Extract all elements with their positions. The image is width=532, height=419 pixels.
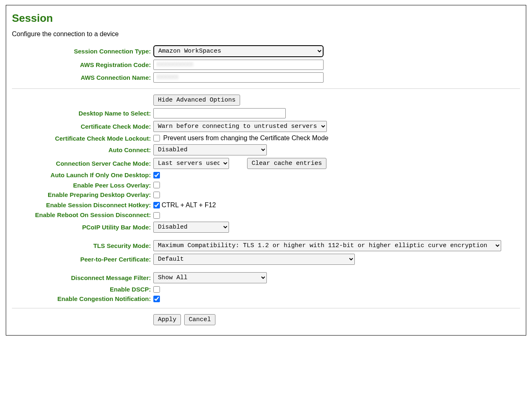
label-auto-connect: Auto Connect: xyxy=(12,146,153,153)
row-cert-mode: Certificate Check Mode: Warn before conn… xyxy=(12,121,520,132)
separator-2 xyxy=(12,308,520,308)
label-tls-mode: TLS Security Mode: xyxy=(12,242,153,249)
p2p-certificate-select[interactable]: Default xyxy=(153,254,355,265)
session-connection-type-select[interactable]: Amazon WorkSpaces xyxy=(153,45,324,57)
separator-1 xyxy=(12,88,520,89)
row-dscp: Enable DSCP: xyxy=(12,286,520,293)
label-p2p-cert: Peer-to-Peer Certificate: xyxy=(12,256,153,263)
label-congestion: Enable Congestion Notification: xyxy=(12,295,153,302)
certificate-check-mode-select[interactable]: Warn before connecting to untrusted serv… xyxy=(153,121,327,132)
dscp-checkbox[interactable] xyxy=(153,286,160,293)
row-actions: Apply Cancel xyxy=(12,314,520,325)
aws-registration-code-input[interactable] xyxy=(153,60,324,70)
auto-connect-select[interactable]: Disabled xyxy=(153,144,267,155)
auto-launch-checkbox[interactable] xyxy=(153,172,160,178)
page-description: Configure the connection to a device xyxy=(12,30,520,38)
label-cert-lockout: Certificate Check Mode Lockout: xyxy=(12,135,153,142)
cache-mode-select[interactable]: Last servers used xyxy=(153,158,229,169)
aws-connection-name-input[interactable] xyxy=(153,72,324,83)
disc-hotkey-checkbox[interactable] xyxy=(153,202,160,208)
disc-hotkey-text: CTRL + ALT + F12 xyxy=(162,201,216,209)
label-connection-type: Session Connection Type: xyxy=(12,48,153,55)
row-disc-filter: Disconnect Message Filter: Show All xyxy=(12,272,520,283)
row-tls-mode: TLS Security Mode: Maximum Compatibility… xyxy=(12,240,520,251)
peer-loss-checkbox[interactable] xyxy=(153,182,160,188)
label-prep-desktop: Enable Preparing Desktop Overlay: xyxy=(12,191,153,199)
row-util-bar: PCoIP Utility Bar Mode: Disabled xyxy=(12,222,520,233)
cert-lockout-checkbox[interactable] xyxy=(153,135,160,141)
row-peer-loss: Enable Peer Loss Overlay: xyxy=(12,182,520,189)
hide-advanced-options-button[interactable]: Hide Advanced Options xyxy=(153,95,240,106)
row-advanced-toggle: Hide Advanced Options xyxy=(12,95,520,106)
label-connection-name: AWS Connection Name: xyxy=(12,74,153,81)
label-util-bar: PCoIP Utility Bar Mode: xyxy=(12,224,153,231)
row-cert-lockout: Certificate Check Mode Lockout: Prevent … xyxy=(12,134,520,142)
label-reboot-disc: Enable Reboot On Session Disconnect: xyxy=(12,211,153,219)
prep-desktop-checkbox[interactable] xyxy=(153,192,160,198)
row-cache-mode: Connection Server Cache Mode: Last serve… xyxy=(12,158,520,169)
label-cache-mode: Connection Server Cache Mode: xyxy=(12,160,153,167)
row-reboot-disc: Enable Reboot On Session Disconnect: xyxy=(12,211,520,219)
row-registration-code: AWS Registration Code: xyxy=(12,60,520,70)
label-registration-code: AWS Registration Code: xyxy=(12,61,153,68)
clear-cache-button[interactable]: Clear cache entries xyxy=(247,158,326,169)
desktop-name-input[interactable] xyxy=(153,108,286,118)
row-disc-hotkey: Enable Session Disconnect Hotkey: CTRL +… xyxy=(12,201,520,209)
label-dscp: Enable DSCP: xyxy=(12,286,153,293)
page-title: Session xyxy=(12,12,520,25)
session-panel: Session Configure the connection to a de… xyxy=(6,5,526,336)
row-auto-launch: Auto Launch If Only One Desktop: xyxy=(12,171,520,179)
tls-security-mode-select[interactable]: Maximum Compatibility: TLS 1.2 or higher… xyxy=(153,240,501,251)
reboot-disc-checkbox[interactable] xyxy=(153,212,160,219)
row-desktop-name: Desktop Name to Select: xyxy=(12,108,520,118)
utility-bar-mode-select[interactable]: Disabled xyxy=(153,222,229,233)
label-auto-launch: Auto Launch If Only One Desktop: xyxy=(12,171,153,179)
label-peer-loss: Enable Peer Loss Overlay: xyxy=(12,182,153,189)
cert-lockout-text: Prevent users from changing the Certific… xyxy=(163,134,328,142)
disconnect-filter-select[interactable]: Show All xyxy=(153,272,267,283)
label-cert-mode: Certificate Check Mode: xyxy=(12,123,153,130)
row-congestion: Enable Congestion Notification: xyxy=(12,295,520,302)
row-p2p-cert: Peer-to-Peer Certificate: Default xyxy=(12,254,520,265)
label-desktop-name: Desktop Name to Select: xyxy=(12,110,153,117)
label-disc-filter: Disconnect Message Filter: xyxy=(12,274,153,281)
label-disc-hotkey: Enable Session Disconnect Hotkey: xyxy=(12,201,153,209)
cancel-button[interactable]: Cancel xyxy=(184,314,215,325)
row-connection-type: Session Connection Type: Amazon WorkSpac… xyxy=(12,45,520,57)
row-prep-desktop: Enable Preparing Desktop Overlay: xyxy=(12,191,520,199)
congestion-checkbox[interactable] xyxy=(153,296,160,302)
row-auto-connect: Auto Connect: Disabled xyxy=(12,144,520,155)
apply-button[interactable]: Apply xyxy=(153,314,181,325)
row-connection-name: AWS Connection Name: xyxy=(12,72,520,83)
